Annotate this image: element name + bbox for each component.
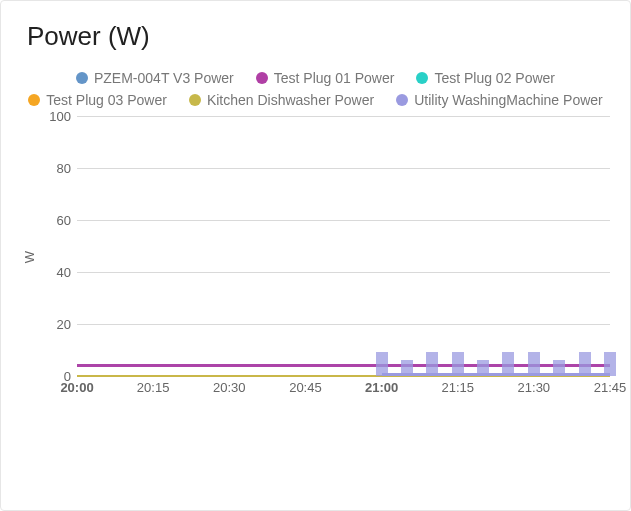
- legend-swatch-icon: [256, 72, 268, 84]
- x-tick-label: 21:15: [441, 380, 474, 395]
- legend-label: Utility WashingMachine Power: [414, 92, 603, 108]
- series-bar: [528, 352, 540, 376]
- x-tick-label: 21:30: [518, 380, 551, 395]
- legend-swatch-icon: [76, 72, 88, 84]
- legend-item[interactable]: Test Plug 01 Power: [256, 70, 395, 86]
- series-bar: [604, 352, 616, 376]
- series-bar: [401, 360, 413, 376]
- power-chart-card: Power (W) PZEM-004T V3 PowerTest Plug 01…: [0, 0, 631, 511]
- series-bar: [452, 352, 464, 376]
- legend-label: Test Plug 03 Power: [46, 92, 167, 108]
- grid-line: [77, 272, 610, 273]
- x-tick-label: 20:45: [289, 380, 322, 395]
- legend-item[interactable]: Test Plug 02 Power: [416, 70, 555, 86]
- series-bar: [426, 352, 438, 376]
- y-tick-label: 40: [41, 265, 71, 280]
- x-tick-label: 20:15: [137, 380, 170, 395]
- chart-title: Power (W): [27, 21, 618, 52]
- legend-label: Test Plug 02 Power: [434, 70, 555, 86]
- legend-swatch-icon: [416, 72, 428, 84]
- legend-item[interactable]: Kitchen Dishwasher Power: [189, 92, 374, 108]
- y-tick-label: 60: [41, 213, 71, 228]
- chart-area: W 020406080100 20:0020:1520:3020:4521:00…: [27, 116, 610, 398]
- x-tick-label: 20:00: [60, 380, 93, 395]
- legend-item[interactable]: Utility WashingMachine Power: [396, 92, 603, 108]
- legend-swatch-icon: [396, 94, 408, 106]
- legend-swatch-icon: [28, 94, 40, 106]
- x-tick-label: 21:00: [365, 380, 398, 395]
- legend-label: Kitchen Dishwasher Power: [207, 92, 374, 108]
- series-bar: [502, 352, 514, 376]
- x-tick-label: 21:45: [594, 380, 627, 395]
- legend-item[interactable]: PZEM-004T V3 Power: [76, 70, 234, 86]
- legend-item[interactable]: Test Plug 03 Power: [28, 92, 167, 108]
- legend-label: Test Plug 01 Power: [274, 70, 395, 86]
- legend-label: PZEM-004T V3 Power: [94, 70, 234, 86]
- y-tick-label: 20: [41, 317, 71, 332]
- grid-line: [77, 324, 610, 325]
- legend-swatch-icon: [189, 94, 201, 106]
- x-axis: 20:0020:1520:3020:4521:0021:1521:3021:45: [77, 376, 610, 398]
- y-tick-label: 100: [41, 109, 71, 124]
- series-bar: [579, 352, 591, 376]
- series-bar: [553, 360, 565, 376]
- series-bar: [477, 360, 489, 376]
- grid-line: [77, 116, 610, 117]
- y-tick-label: 80: [41, 161, 71, 176]
- plot-area: 020406080100: [77, 116, 610, 376]
- x-tick-label: 20:30: [213, 380, 246, 395]
- y-axis-label: W: [22, 251, 37, 263]
- chart-legend: PZEM-004T V3 PowerTest Plug 01 PowerTest…: [23, 70, 608, 108]
- grid-line: [77, 168, 610, 169]
- grid-line: [77, 220, 610, 221]
- series-bar: [376, 352, 388, 376]
